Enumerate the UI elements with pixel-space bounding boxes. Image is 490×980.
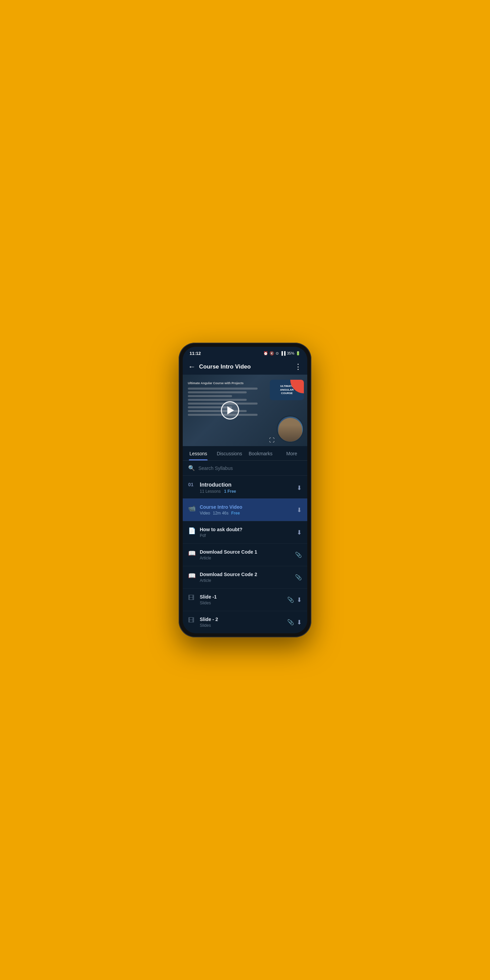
section-number: 01	[188, 482, 195, 487]
mute-icon: 🔇	[269, 351, 274, 356]
alarm-icon: ⏰	[263, 351, 268, 356]
clip-button-4[interactable]: 📎	[295, 574, 302, 581]
lesson-subtitle-4: Article	[200, 578, 257, 583]
lesson-title-4: Download Source Code 2	[200, 572, 257, 577]
course-card: ULTIMATEANGULARCOURSE	[270, 380, 304, 400]
lesson-right-1: ⬇	[297, 506, 302, 514]
lesson-left-6: 🎞 Slide - 2 Slides	[188, 617, 287, 628]
lesson-title-1: Course Intro Video	[200, 504, 242, 510]
download-button-2[interactable]: ⬇	[297, 529, 302, 536]
search-input[interactable]: Search Syllabus	[198, 466, 302, 471]
lesson-left-1: 📹 Course Intro Video Video 12m 46s Free	[188, 504, 297, 515]
avatar-person	[278, 418, 302, 442]
line4	[188, 399, 247, 401]
phone-frame: 11:12 ⏰ 🔇 ⊙ ▐▐ 35% 🔋 ← Course Intro Vide…	[179, 343, 311, 637]
lesson-item-3[interactable]: 📖 Download Source Code 1 Article 📎	[183, 543, 307, 566]
lesson-left-3: 📖 Download Source Code 1 Article	[188, 549, 295, 560]
tab-more[interactable]: More	[276, 446, 308, 460]
section-left: 01 Introduction 11 Lessons 1 Free	[188, 482, 236, 494]
download-button-1[interactable]: ⬇	[297, 506, 302, 514]
lesson-right-3: 📎	[295, 552, 302, 558]
lesson-content-2: How to ask doubt? Pdf	[200, 527, 242, 538]
lesson-list: 📹 Course Intro Video Video 12m 46s Free …	[183, 498, 307, 633]
lesson-item-5[interactable]: 🎞 Slide -1 Slides 📎 ⬇	[183, 588, 307, 611]
search-icon: 🔍	[188, 465, 195, 471]
clip-button-5[interactable]: 📎	[287, 597, 294, 603]
lesson-title-5: Slide -1	[200, 594, 217, 600]
section-title: Introduction	[200, 482, 236, 488]
instructor-avatar	[277, 415, 304, 443]
download-button-6[interactable]: ⬇	[297, 619, 302, 626]
lesson-content-1: Course Intro Video Video 12m 46s Free	[200, 504, 242, 515]
lesson-title-3: Download Source Code 1	[200, 549, 257, 555]
play-button[interactable]	[221, 401, 239, 420]
lesson-subtitle-1: Video 12m 46s Free	[200, 511, 242, 515]
tab-discussions[interactable]: Discussions	[214, 446, 245, 460]
lesson-right-6: 📎 ⬇	[287, 619, 302, 626]
lesson-right-2: ⬇	[297, 529, 302, 536]
free-tag-1: Free	[231, 511, 240, 515]
lesson-content-3: Download Source Code 1 Article	[200, 549, 257, 560]
lesson-item-2[interactable]: 📄 How to ask doubt? Pdf ⬇	[183, 521, 307, 543]
battery-level: 35%	[287, 351, 294, 355]
free-badge: 1 Free	[224, 489, 236, 494]
tab-bookmarks[interactable]: Bookmarks	[245, 446, 276, 460]
app-header: ← Course Intro Video ⋮	[183, 359, 307, 375]
section-download-button[interactable]: ⬇	[297, 484, 302, 492]
lesson-left-2: 📄 How to ask doubt? Pdf	[188, 527, 297, 538]
fullscreen-button[interactable]: ⛶	[269, 437, 275, 443]
header-left: ← Course Intro Video	[188, 363, 251, 371]
lesson-content-4: Download Source Code 2 Article	[200, 572, 257, 583]
status-time: 11:12	[189, 351, 201, 356]
line2	[188, 391, 247, 393]
line1	[188, 388, 258, 390]
slides-icon-5: 🎞	[188, 595, 196, 601]
section-meta: 11 Lessons 1 Free	[200, 489, 236, 494]
status-bar: 11:12 ⏰ 🔇 ⊙ ▐▐ 35% 🔋	[183, 347, 307, 359]
phone-screen: 11:12 ⏰ 🔇 ⊙ ▐▐ 35% 🔋 ← Course Intro Vide…	[183, 347, 307, 633]
signal-icon: ▐▐	[280, 351, 285, 355]
lesson-subtitle-6: Slides	[200, 623, 218, 628]
status-icons: ⏰ 🔇 ⊙ ▐▐ 35% 🔋	[263, 351, 301, 356]
lesson-content-5: Slide -1 Slides	[200, 594, 217, 605]
search-bar[interactable]: 🔍 Search Syllabus	[183, 461, 307, 476]
slides-icon-6: 🎞	[188, 617, 196, 624]
lesson-item-1[interactable]: 📹 Course Intro Video Video 12m 46s Free …	[183, 498, 307, 521]
lesson-item-4[interactable]: 📖 Download Source Code 2 Article 📎	[183, 566, 307, 588]
lesson-item-6[interactable]: 🎞 Slide - 2 Slides 📎 ⬇	[183, 611, 307, 633]
section-info: Introduction 11 Lessons 1 Free	[200, 482, 236, 494]
screenshot-course-title: Ultimate Angular Course with Projects	[188, 382, 261, 385]
article-icon-4: 📖	[188, 572, 196, 579]
battery-icon: 🔋	[296, 351, 301, 356]
video-icon-1: 📹	[188, 504, 196, 512]
pdf-icon-2: 📄	[188, 527, 196, 535]
article-icon-3: 📖	[188, 550, 196, 557]
play-icon	[227, 406, 234, 414]
download-button-5[interactable]: ⬇	[297, 596, 302, 604]
tab-lessons[interactable]: Lessons	[183, 446, 214, 460]
section-header: 01 Introduction 11 Lessons 1 Free ⬇	[183, 476, 307, 498]
video-player[interactable]: Ultimate Angular Course with Projects	[183, 375, 307, 446]
lesson-content-6: Slide - 2 Slides	[200, 617, 218, 628]
lesson-left-5: 🎞 Slide -1 Slides	[188, 594, 287, 605]
lesson-subtitle-2: Pdf	[200, 533, 242, 538]
video-background: Ultimate Angular Course with Projects	[183, 375, 307, 446]
lesson-right-5: 📎 ⬇	[287, 596, 302, 604]
lesson-title-6: Slide - 2	[200, 617, 218, 622]
header-title: Course Intro Video	[199, 363, 251, 370]
lesson-title-2: How to ask doubt?	[200, 527, 242, 532]
lesson-left-4: 📖 Download Source Code 2 Article	[188, 572, 295, 583]
clip-button-3[interactable]: 📎	[295, 552, 302, 558]
lesson-subtitle-5: Slides	[200, 601, 217, 605]
menu-button[interactable]: ⋮	[294, 363, 302, 371]
wifi-icon: ⊙	[275, 351, 279, 356]
lesson-right-4: 📎	[295, 574, 302, 581]
back-button[interactable]: ←	[188, 363, 196, 371]
clip-button-6[interactable]: 📎	[287, 619, 294, 625]
tabs-bar: Lessons Discussions Bookmarks More	[183, 446, 307, 461]
line3	[188, 395, 232, 397]
lesson-subtitle-3: Article	[200, 556, 257, 560]
